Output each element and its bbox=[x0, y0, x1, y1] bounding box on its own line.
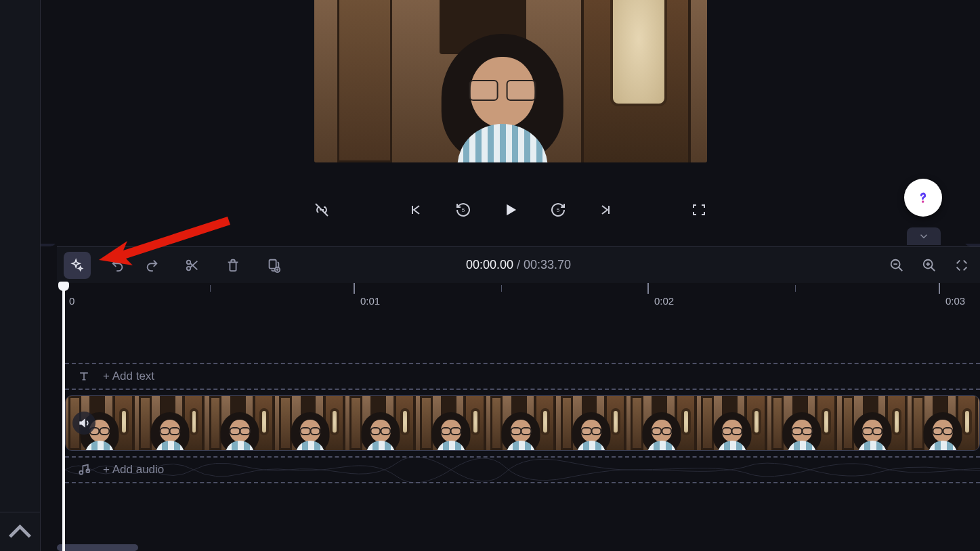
add-text-hint: + Add text bbox=[103, 370, 154, 383]
zoom-in-icon bbox=[922, 258, 937, 273]
timecode-display: 00:00.00 / 00:33.70 bbox=[466, 258, 571, 272]
trash-icon bbox=[226, 258, 240, 273]
duplicate-button[interactable] bbox=[260, 252, 287, 279]
clip-frame bbox=[417, 396, 488, 450]
zoom-fit-button[interactable] bbox=[950, 254, 973, 277]
preview-area: 5 5 bbox=[41, 0, 980, 244]
current-time: 00:00.00 bbox=[466, 258, 513, 271]
svg-line-16 bbox=[931, 267, 935, 271]
svg-point-21 bbox=[86, 469, 89, 472]
playhead[interactable] bbox=[62, 283, 65, 551]
skip-start-icon bbox=[408, 202, 424, 218]
redo-icon bbox=[144, 258, 159, 273]
forward-5-button[interactable]: 5 bbox=[545, 196, 572, 223]
zoom-out-icon bbox=[889, 258, 904, 273]
skip-end-button[interactable] bbox=[592, 196, 619, 223]
skip-start-button[interactable] bbox=[402, 196, 429, 223]
svg-text:5: 5 bbox=[461, 207, 465, 213]
left-sidebar bbox=[0, 0, 41, 551]
text-track[interactable]: + Add text bbox=[65, 363, 980, 390]
forward-5-icon: 5 bbox=[550, 202, 566, 218]
volume-icon bbox=[77, 416, 91, 430]
undo-icon bbox=[110, 258, 125, 273]
clip-frame bbox=[838, 396, 909, 450]
ai-sparkle-icon bbox=[70, 258, 85, 273]
ai-sparkle-button[interactable] bbox=[64, 252, 91, 279]
fullscreen-button[interactable] bbox=[685, 196, 712, 223]
music-note-icon bbox=[77, 463, 91, 477]
clip-frame bbox=[909, 396, 979, 450]
zoom-in-button[interactable] bbox=[918, 254, 941, 277]
playback-controls: 5 5 bbox=[41, 196, 980, 223]
clip-frame bbox=[207, 396, 277, 450]
clip-frame bbox=[769, 396, 839, 450]
copy-plus-icon bbox=[266, 258, 281, 273]
timeline-area: + Add text + Add audio bbox=[57, 310, 980, 551]
clip-frame bbox=[628, 396, 698, 450]
svg-rect-10 bbox=[270, 259, 276, 268]
link-off-button[interactable] bbox=[308, 196, 335, 223]
skip-end-icon bbox=[597, 202, 614, 218]
preview-video-frame[interactable] bbox=[314, 0, 707, 162]
chevron-up-icon bbox=[0, 512, 40, 551]
timeline-horizontal-scrollbar[interactable] bbox=[57, 544, 138, 551]
redo-button[interactable] bbox=[138, 252, 165, 279]
clip-frame bbox=[347, 396, 417, 450]
link-off-icon bbox=[314, 202, 330, 218]
video-clip[interactable] bbox=[65, 395, 980, 451]
svg-text:5: 5 bbox=[556, 207, 559, 213]
rewind-5-icon: 5 bbox=[455, 202, 471, 218]
total-time: 00:33.70 bbox=[524, 258, 571, 271]
scissors-icon bbox=[185, 258, 200, 273]
add-audio-hint: + Add audio bbox=[103, 463, 164, 477]
collapse-properties-button[interactable] bbox=[907, 227, 941, 245]
delete-button[interactable] bbox=[219, 252, 247, 279]
clip-frame bbox=[276, 396, 347, 450]
timeline-toolbar: 00:00.00 / 00:33.70 bbox=[57, 246, 980, 283]
timeline-ruler[interactable]: 0 0:01 0:02 0:03 bbox=[57, 283, 980, 310]
fullscreen-icon bbox=[691, 202, 707, 218]
clip-volume-button[interactable] bbox=[72, 412, 95, 435]
play-button[interactable] bbox=[497, 196, 524, 223]
help-button[interactable] bbox=[904, 179, 942, 217]
text-t-icon bbox=[77, 370, 91, 383]
undo-button[interactable] bbox=[104, 252, 131, 279]
chevron-down-icon bbox=[918, 230, 930, 242]
clip-frame bbox=[557, 396, 628, 450]
expand-sidebar-button[interactable] bbox=[0, 512, 40, 551]
zoom-fit-icon bbox=[954, 258, 969, 273]
svg-line-13 bbox=[899, 267, 903, 271]
svg-point-5 bbox=[922, 200, 924, 202]
clip-frame bbox=[136, 396, 207, 450]
clip-frame bbox=[698, 396, 769, 450]
play-icon bbox=[501, 200, 520, 219]
audio-track[interactable]: + Add audio bbox=[65, 456, 980, 483]
split-button[interactable] bbox=[179, 252, 206, 279]
rewind-5-button[interactable]: 5 bbox=[450, 196, 477, 223]
zoom-out-button[interactable] bbox=[885, 254, 908, 277]
help-icon bbox=[914, 189, 932, 206]
clip-frame bbox=[488, 396, 558, 450]
